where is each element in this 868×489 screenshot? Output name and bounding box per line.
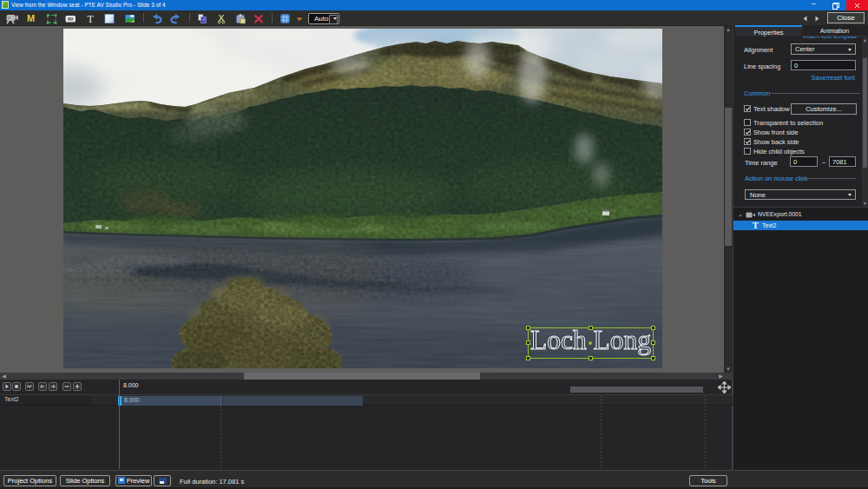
svg-text:M: M [27,13,35,23]
svg-text:T: T [88,13,95,25]
svg-text:OK: OK [69,17,74,21]
